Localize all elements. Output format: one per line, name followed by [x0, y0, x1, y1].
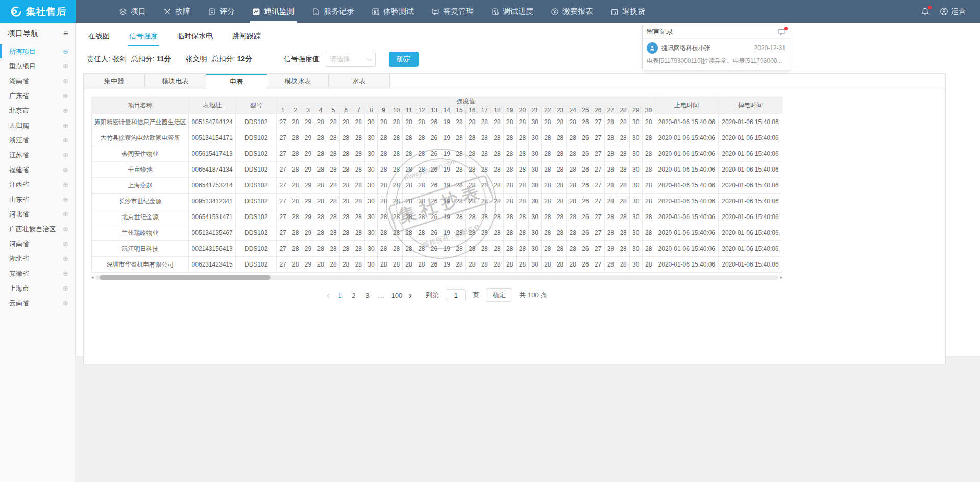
responsible-2-label: 张文明	[185, 55, 207, 64]
page-number-3[interactable]: 3	[364, 292, 371, 299]
sidebar-item[interactable]: 福建省⊕	[0, 162, 75, 177]
strength-value-cell: 28	[289, 209, 302, 225]
meter-tab[interactable]: 模块电表	[145, 74, 206, 89]
expand-icon[interactable]: ⊕	[63, 136, 68, 144]
sidebar-item[interactable]: 湖北省⊕	[0, 251, 75, 266]
strength-value-cell: 28	[478, 178, 491, 194]
sidebar-item[interactable]: 湖南省⊕	[0, 74, 75, 88]
nav-item-return-goods[interactable]: 退换货	[610, 0, 645, 23]
sidebar-item[interactable]: 云南省⊕	[0, 296, 75, 310]
nav-item-debug-progress[interactable]: 调试进度	[491, 0, 533, 23]
expand-icon[interactable]: ⊕	[63, 122, 68, 129]
strength-select[interactable]: 请选择	[325, 52, 376, 67]
sidebar-item[interactable]: 江苏省⊕	[0, 148, 75, 162]
sidebar-item[interactable]: 无归属⊕	[0, 118, 75, 133]
sub-tab[interactable]: 信号强度	[128, 32, 159, 46]
nav-item-layers[interactable]: 项目	[119, 0, 146, 23]
strength-value-cell: 28	[314, 178, 327, 194]
nav-item-service-record[interactable]: 服务记录	[312, 0, 354, 23]
strength-value-cell: 28	[516, 178, 529, 194]
sidebar-item[interactable]: 北京市⊕	[0, 103, 75, 118]
page-jump-input[interactable]	[446, 289, 466, 301]
project-name-cell: 大竹县徐家沟电站欧家电管所	[92, 130, 189, 146]
strength-value-cell: 28	[327, 209, 340, 225]
meter-tab[interactable]: 电表	[206, 74, 267, 89]
hamburger-icon[interactable]: ≡	[63, 29, 68, 39]
sidebar-item[interactable]: 安徽省⊕	[0, 266, 75, 281]
page-jump-confirm-button[interactable]: 确定	[486, 288, 512, 302]
strength-value-cell: 28	[491, 257, 504, 273]
sidebar-item[interactable]: 广西壮族自治区⊕	[0, 222, 75, 236]
app-logo[interactable]: 集社售后	[0, 0, 76, 23]
strength-value-cell: 28	[352, 178, 365, 194]
strength-value-cell: 30	[365, 209, 378, 225]
meter-tab[interactable]: 集中器	[84, 74, 145, 89]
expand-icon[interactable]: ⊕	[63, 92, 68, 100]
expand-icon[interactable]: ⊕	[63, 196, 68, 203]
nav-item-reply-manage[interactable]: 答复管理	[431, 0, 474, 23]
page-number-1[interactable]: 1	[336, 292, 344, 299]
expand-icon[interactable]: ⊕	[63, 166, 68, 174]
scrollbar-thumb[interactable]	[100, 275, 271, 280]
scroll-right-icon[interactable]: ▸	[780, 275, 782, 280]
scroll-left-icon[interactable]: ◂	[91, 275, 94, 280]
expand-icon[interactable]: ⊕	[63, 62, 68, 70]
strength-value-cell: 28	[465, 225, 478, 241]
strength-value-cell: 28	[478, 130, 491, 146]
meter-tab[interactable]: 水表	[329, 74, 390, 89]
sub-tab[interactable]: 跳闸跟踪	[231, 32, 262, 46]
next-page-button[interactable]: ›	[409, 291, 412, 300]
strength-value-cell: 28	[478, 162, 491, 178]
sidebar-item[interactable]: 重点项目⊕	[0, 59, 75, 74]
page-number-2[interactable]: 2	[350, 292, 357, 299]
sidebar-item[interactable]: 上海市⊕	[0, 281, 75, 296]
user-menu[interactable]: 运营	[940, 7, 966, 16]
meter-tab[interactable]: 模块水表	[267, 74, 329, 89]
table-row: 大竹县徐家沟电站欧家电管所005134154171DDS102272829282…	[92, 130, 782, 146]
expand-icon[interactable]: ⊕	[63, 225, 68, 233]
strength-value-cell: 28	[415, 225, 428, 241]
sidebar-item[interactable]: 河南省⊕	[0, 236, 75, 251]
sidebar-item[interactable]: 江西省⊕	[0, 177, 75, 192]
sidebar-item[interactable]: 山东省⊕	[0, 192, 75, 207]
strength-value-cell: 28	[478, 146, 491, 162]
message-badge	[784, 27, 788, 30]
expand-icon[interactable]: ⊕	[63, 77, 68, 85]
expand-icon[interactable]: ⊕	[63, 284, 68, 292]
message-icon-button[interactable]	[778, 28, 786, 36]
message-item[interactable]: 捷讯网络科技小张2020-12-31电表[511793000110]抄读异常。电…	[643, 39, 790, 70]
expand-icon[interactable]: ⊕	[63, 210, 68, 218]
strength-value-cell: 28	[491, 241, 504, 257]
expand-icon[interactable]: ⊕	[63, 270, 68, 277]
page-number-100[interactable]: 100	[391, 292, 403, 299]
sidebar-item[interactable]: 浙江省⊕	[0, 133, 75, 148]
sub-tab[interactable]: 在线图	[87, 32, 111, 46]
nav-item-experience-test[interactable]: 体验测试	[372, 0, 414, 23]
sidebar-item[interactable]: 河北省⊕	[0, 207, 75, 222]
sidebar-item[interactable]: 所有项目⊖	[0, 44, 75, 59]
filter-confirm-button[interactable]: 确定	[389, 52, 419, 67]
prev-page-button[interactable]: ‹	[327, 291, 330, 300]
nav-item-fault[interactable]: 故障	[163, 0, 190, 23]
notifications-button[interactable]	[921, 7, 929, 16]
nav-item-monitor[interactable]: 通讯监测	[252, 0, 295, 23]
collapse-icon[interactable]: ⊖	[63, 47, 68, 55]
meter-address-cell: 009513412341	[189, 194, 236, 209]
strength-value-cell: 28	[377, 162, 390, 178]
strength-value-cell: 28	[617, 257, 630, 273]
expand-icon[interactable]: ⊕	[63, 181, 68, 188]
nav-item-score[interactable]: 评分	[208, 0, 235, 23]
strength-value-cell: 28	[327, 162, 340, 178]
expand-icon[interactable]: ⊕	[63, 240, 68, 248]
scrollbar-track[interactable]	[95, 275, 779, 280]
nav-item-payment-report[interactable]: 缴费报表	[551, 0, 593, 23]
expand-icon[interactable]: ⊕	[63, 255, 68, 262]
expand-icon[interactable]: ⊕	[63, 151, 68, 159]
table-row: 深圳市华盈机电有限公司006231423415DDS10227282928282…	[92, 257, 782, 273]
sub-tab[interactable]: 临时保水电	[176, 32, 214, 46]
expand-icon[interactable]: ⊕	[63, 299, 68, 307]
expand-icon[interactable]: ⊕	[63, 107, 68, 114]
strength-value-cell: 28	[314, 257, 327, 273]
sidebar-item[interactable]: 广东省⊕	[0, 88, 75, 103]
jump-label: 到第	[426, 291, 439, 300]
